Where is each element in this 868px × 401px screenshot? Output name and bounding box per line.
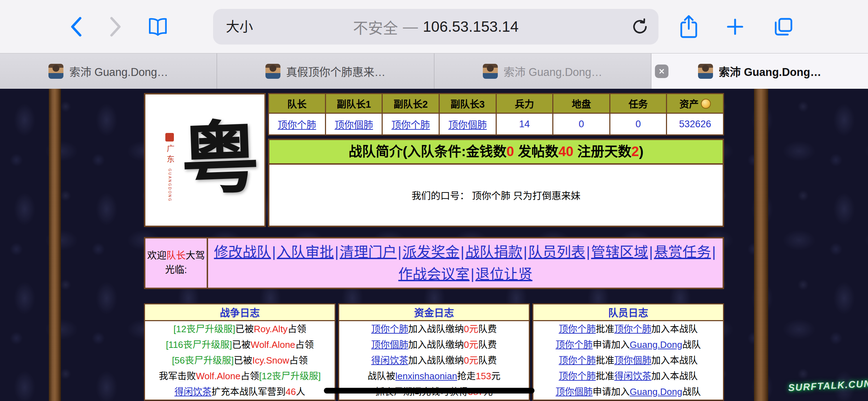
- stats-value-cell[interactable]: 顶你個肺: [439, 113, 496, 135]
- text-segment: 队费: [478, 324, 497, 334]
- inline-link[interactable]: 顶你个肺: [559, 371, 596, 381]
- log-entry: 得闲饮茶扩充本战队军营到46人: [145, 384, 335, 400]
- team-action-link[interactable]: 派发奖金: [403, 244, 460, 260]
- stats-value-cell[interactable]: 0: [553, 113, 610, 135]
- reload-button[interactable]: [631, 9, 649, 45]
- admin-nav-line2: 作战会议室|退位让贤: [398, 263, 532, 285]
- inline-link[interactable]: Guang.Dong: [630, 386, 682, 397]
- inline-link[interactable]: 得闲饮茶: [614, 371, 651, 381]
- stats-header-cell: 任务: [610, 94, 667, 113]
- web-page: 广东 GUANGDONG 粤 队长副队长1副队长2副队长3兵力地盘任务资产顶你个…: [0, 89, 868, 401]
- browser-tab[interactable]: 索沛 Guang.Dong…: [651, 53, 868, 89]
- emblem-seal: 广东 GUANGDONG: [164, 133, 175, 202]
- text-segment: Roy.Alty: [254, 324, 288, 334]
- stats-value-cell[interactable]: 14: [496, 113, 553, 135]
- text-segment: 我军击败: [159, 371, 196, 381]
- page-border-left: [49, 89, 61, 401]
- text-segment: 153: [476, 371, 491, 381]
- safari-window: 大小 不安全 — 106.53.153.14 索沛 Guang.Dong…真假顶…: [0, 0, 868, 401]
- tab-favicon: [483, 64, 498, 79]
- stats-value-cell[interactable]: 0: [610, 113, 667, 135]
- text-segment: 占领: [288, 324, 306, 334]
- log-entry: 战队被lenxinshaonian抢走153元: [339, 368, 529, 384]
- inline-link[interactable]: 顶你个肺: [559, 355, 596, 366]
- log-panel: 战争日志[12丧尸升级服]已被Roy.Alty占领[116丧尸升级服]已被Wol…: [144, 303, 336, 401]
- inline-link[interactable]: 顶你個肺: [335, 120, 373, 130]
- team-stats-table: 队长副队长1副队长2副队长3兵力地盘任务资产顶你个肺顶你個肺顶你个肺顶你個肺14…: [268, 93, 724, 135]
- team-action-link[interactable]: 战队捐款: [465, 244, 522, 260]
- inline-link[interactable]: 顶你个肺: [559, 324, 596, 334]
- text-segment: 占领: [241, 371, 259, 381]
- inline-link[interactable]: Guang.Dong: [630, 339, 682, 350]
- text-segment: 批准: [596, 355, 614, 366]
- text-segment: 战队被: [368, 371, 396, 381]
- team-action-link[interactable]: 入队审批: [277, 244, 334, 260]
- address-bar[interactable]: 大小 不安全 — 106.53.153.14: [213, 9, 658, 45]
- separator: |: [460, 244, 465, 260]
- team-action-link[interactable]: 管辖区域: [591, 244, 648, 260]
- text-segment: ): [639, 144, 644, 159]
- inline-link[interactable]: 顶你個肺: [614, 355, 651, 366]
- inline-link[interactable]: 顶你个肺: [556, 339, 593, 350]
- stats-header-cell: 副队长3: [439, 94, 496, 113]
- team-page-content: 广东 GUANGDONG 粤 队长副队长1副队长2副队长3兵力地盘任务资产顶你个…: [144, 93, 724, 401]
- inline-link[interactable]: 0: [579, 119, 584, 129]
- text-segment: 欢迎: [147, 250, 166, 261]
- text-segment: 扩充本战队军营到: [212, 386, 286, 397]
- tab-title: 索沛 Guang.Dong…: [719, 63, 821, 79]
- browser-tab[interactable]: 索沛 Guang.Dong…: [434, 53, 651, 89]
- separator: |: [522, 244, 528, 260]
- inline-link[interactable]: lenxinshaonian: [396, 371, 457, 381]
- inline-link[interactable]: 顶你个肺: [278, 120, 316, 130]
- log-entry: 顶你个肺批准顶你个肺加入本战队: [533, 321, 723, 337]
- stats-header-cell: 兵力: [496, 94, 553, 113]
- team-action-link[interactable]: 队员列表: [528, 244, 585, 260]
- inline-link[interactable]: 顶你个肺: [614, 324, 651, 334]
- close-icon: [658, 68, 665, 75]
- stats-value-cell[interactable]: 顶你个肺: [382, 113, 439, 135]
- security-label: 不安全: [353, 16, 398, 38]
- share-button[interactable]: [673, 0, 705, 53]
- new-tab-button[interactable]: [719, 0, 751, 53]
- tab-close-button[interactable]: [655, 65, 668, 78]
- team-action-link[interactable]: 退位让贤: [475, 266, 532, 282]
- inline-link[interactable]: 顶你個肺: [556, 386, 593, 397]
- inline-link[interactable]: 得闲饮茶: [371, 355, 408, 366]
- text-segment: 批准: [596, 324, 614, 334]
- home-indicator[interactable]: [324, 388, 534, 394]
- team-action-link[interactable]: 清理门户: [340, 244, 397, 260]
- browser-tab[interactable]: 真假顶你个肺惠来…: [217, 53, 434, 89]
- tab-overview-button[interactable]: [768, 0, 800, 53]
- team-action-link[interactable]: 修改战队: [214, 244, 271, 260]
- browser-tab[interactable]: 索沛 Guang.Dong…: [0, 53, 217, 89]
- text-segment: 发帖数: [514, 144, 559, 159]
- text-segment: [116丧尸升级服]: [166, 339, 232, 350]
- log-title: 资金日志: [339, 304, 529, 321]
- back-button[interactable]: [61, 0, 93, 53]
- log-entry: [116丧尸升级服]已被Wolf.Alone占领: [145, 337, 335, 353]
- inline-link[interactable]: 顶你個肺: [448, 120, 487, 130]
- text-segment: [56丧尸升级服]: [172, 355, 234, 366]
- inline-link[interactable]: 得闲饮茶: [175, 386, 212, 397]
- tabs-icon: [773, 16, 794, 37]
- inline-link[interactable]: 顶你个肺: [371, 324, 408, 334]
- text-segment: 加入本战队: [651, 371, 698, 381]
- inline-link[interactable]: 14: [519, 119, 530, 129]
- reading-list-button[interactable]: [142, 0, 174, 53]
- stats-value-cell[interactable]: 532626: [667, 113, 724, 135]
- stats-value-cell[interactable]: 顶你个肺: [269, 113, 326, 135]
- log-title: 队员日志: [533, 304, 723, 321]
- separator: |: [334, 244, 340, 260]
- share-icon: [679, 14, 699, 40]
- inline-link[interactable]: 顶你个肺: [392, 120, 430, 130]
- inline-link[interactable]: 532626: [679, 119, 711, 129]
- inline-link[interactable]: 0: [636, 119, 641, 129]
- inline-link[interactable]: 顶你個肺: [371, 339, 408, 350]
- forward-button[interactable]: [99, 0, 131, 53]
- log-entry: 顶你個肺申请加入Guang.Dong战队: [533, 384, 723, 400]
- team-action-link[interactable]: 作战会议室: [398, 266, 470, 282]
- team-action-link[interactable]: 悬赏任务: [654, 244, 711, 260]
- text-segment: 战队简介(入队条件:金钱数: [348, 144, 506, 159]
- seal-stamp-icon: [165, 133, 174, 142]
- stats-value-cell[interactable]: 顶你個肺: [325, 113, 382, 135]
